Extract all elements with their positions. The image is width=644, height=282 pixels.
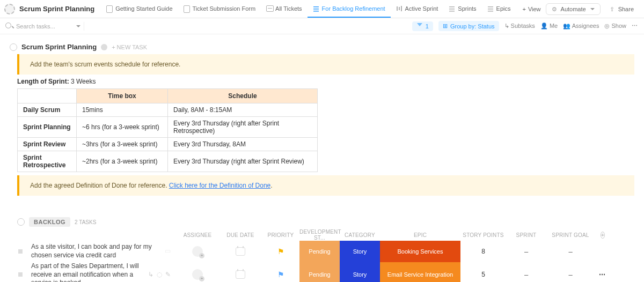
task-title[interactable]: As part of the Sales Department, I will … [31, 262, 145, 282]
new-task-hint[interactable]: + NEW TASK [112, 44, 147, 50]
tab-active-sprint[interactable]: Active Sprint [391, 0, 444, 18]
backlog-count: 2 TASKS [75, 219, 96, 225]
banner-text: Add the team's scrum events schedule for… [30, 61, 180, 68]
task-title[interactable]: As a site visitor, I can book and pay fo… [31, 243, 162, 259]
group-by-button[interactable]: ⊞ Group by: Status [438, 21, 499, 31]
add-column-button[interactable]: + [601, 232, 605, 239]
status-circle-icon[interactable] [10, 43, 17, 51]
dod-banner-pre: Add the agreed Definition of Done for re… [30, 182, 169, 189]
project-icon [4, 4, 15, 14]
priority-flag-icon[interactable]: ⚑ [277, 247, 284, 256]
chevron-down-icon[interactable] [75, 23, 80, 29]
col-sprint[interactable]: SPRINT [506, 232, 546, 238]
add-assignee-button[interactable] [192, 246, 203, 257]
col-dev[interactable]: DEVELOPMENT ST... [299, 229, 340, 241]
tab-ticket-submission-form[interactable]: Ticket Submission Form [178, 0, 261, 18]
user-icon: 👤 [540, 23, 550, 29]
more-menu-button[interactable]: ⋯ [632, 23, 639, 29]
plus-icon: + [522, 6, 525, 12]
col-due[interactable]: DUE DATE [219, 232, 262, 238]
col-category[interactable]: CATEGORY [340, 232, 380, 238]
tab-label: Epics [496, 5, 511, 12]
filter-count-pill[interactable]: 1 [412, 21, 433, 31]
priority-flag-icon[interactable]: ⚑ [277, 270, 284, 279]
schedule-row: Sprint Review~3hrs (for a 3-week sprint)… [18, 138, 318, 151]
status-circle-icon[interactable] [17, 218, 25, 226]
show-columns-button[interactable]: ◎ Show [604, 23, 626, 29]
subtask-icon[interactable]: ↳ [148, 271, 153, 279]
schedule-cell: 15mins [77, 103, 168, 117]
tab-label: Sprints [458, 5, 476, 12]
col-assignee[interactable]: ASSIGNEE [176, 232, 219, 238]
tab-for-backlog-refinement[interactable]: For Backlog Refinement [308, 0, 391, 18]
search-input[interactable]: Search tasks... [5, 23, 80, 29]
bolt-icon: ⚙ [552, 6, 558, 12]
epic-tag[interactable]: Email Service Integration [380, 262, 460, 282]
backlog-group-chip[interactable]: BACKLOG [29, 217, 70, 227]
subtasks-label: Subtasks [511, 23, 535, 29]
category-tag[interactable]: Story [340, 241, 380, 262]
edit-icon[interactable]: ✎ [165, 271, 171, 279]
sprint-value[interactable]: – [524, 248, 528, 256]
set-due-date-button[interactable] [236, 270, 245, 279]
table-row[interactable]: As part of the Sales Department, I will … [10, 262, 634, 282]
tab-epics[interactable]: Epics [482, 0, 516, 18]
sprint-length: Length of Sprint: 3 Weeks [17, 78, 634, 85]
assignees-button[interactable]: 👥 Assignees [563, 23, 599, 29]
add-view-label: View [528, 6, 541, 12]
development-status-tag[interactable]: Pending [299, 241, 340, 262]
schedule-col-header: Time box [77, 89, 168, 103]
view-icon [266, 5, 273, 12]
schedule-table: Time boxSchedule Daily Scrum15minsDaily,… [17, 88, 318, 172]
list-title[interactable]: Scrum Sprint Planning [21, 43, 97, 51]
col-points[interactable]: STORY POINTS [460, 232, 506, 238]
tab-label: Active Sprint [405, 5, 438, 12]
drag-handle-icon[interactable] [18, 249, 23, 254]
schedule-col-header [18, 89, 77, 103]
me-mode-button[interactable]: 👤 Me [540, 23, 558, 29]
tab-sprints[interactable]: Sprints [443, 0, 481, 18]
eye-icon: ◎ [604, 23, 611, 29]
view-icon [487, 5, 494, 12]
tab-all-tickets[interactable]: All Tickets [261, 0, 308, 18]
note-icon[interactable]: ▭ [165, 247, 171, 256]
story-points-value[interactable]: 8 [481, 248, 485, 255]
schedule-banner: Add the team's scrum events schedule for… [17, 54, 634, 75]
col-goal[interactable]: SPRINT GOAL [546, 232, 595, 238]
info-icon[interactable] [101, 44, 107, 50]
drag-handle-icon[interactable] [18, 272, 23, 277]
divider [84, 22, 84, 31]
tab-getting-started-guide[interactable]: Getting Started Guide [101, 0, 178, 18]
story-points-value[interactable]: 5 [481, 271, 485, 278]
set-due-date-button[interactable] [236, 247, 245, 256]
tab-label: Ticket Submission Form [193, 5, 256, 12]
subtasks-button[interactable]: ↳ Subtasks [504, 23, 535, 29]
dod-banner-post: . [270, 182, 272, 189]
view-icon [449, 5, 455, 12]
schedule-row: Sprint Planning~6 hrs (for a 3-week spri… [18, 117, 318, 138]
add-assignee-button[interactable] [192, 269, 203, 280]
sprint-goal-value[interactable]: – [568, 248, 572, 256]
col-priority[interactable]: PRIORITY [262, 232, 299, 238]
show-label: Show [611, 23, 626, 29]
tag-icon[interactable]: ◌ [157, 271, 162, 279]
table-row[interactable]: As a site visitor, I can book and pay fo… [10, 241, 634, 262]
category-tag[interactable]: Story [340, 262, 380, 282]
epic-tag[interactable]: Booking Services [380, 241, 460, 262]
sprint-goal-value[interactable]: – [568, 271, 572, 279]
sprint-value[interactable]: – [524, 271, 528, 279]
row-more-button[interactable]: ⋯ [599, 271, 606, 278]
users-icon: 👥 [563, 23, 572, 29]
schedule-col-header: Schedule [168, 89, 318, 103]
col-epic[interactable]: EPIC [380, 232, 460, 238]
schedule-cell: Every 3rd Thursday (right after Sprint R… [168, 117, 318, 138]
share-button[interactable]: ⇪ Share [605, 4, 639, 14]
development-status-tag[interactable]: Pending [299, 262, 340, 282]
add-view-button[interactable]: + View [517, 4, 545, 14]
view-icon [184, 5, 190, 12]
chevron-down-icon [589, 6, 595, 12]
dod-link[interactable]: Click here for the Definition of Done [169, 182, 270, 189]
tab-label: For Backlog Refinement [322, 5, 385, 12]
schedule-cell: Sprint Planning [18, 117, 77, 138]
automate-button[interactable]: ⚙ Automate [546, 3, 601, 15]
